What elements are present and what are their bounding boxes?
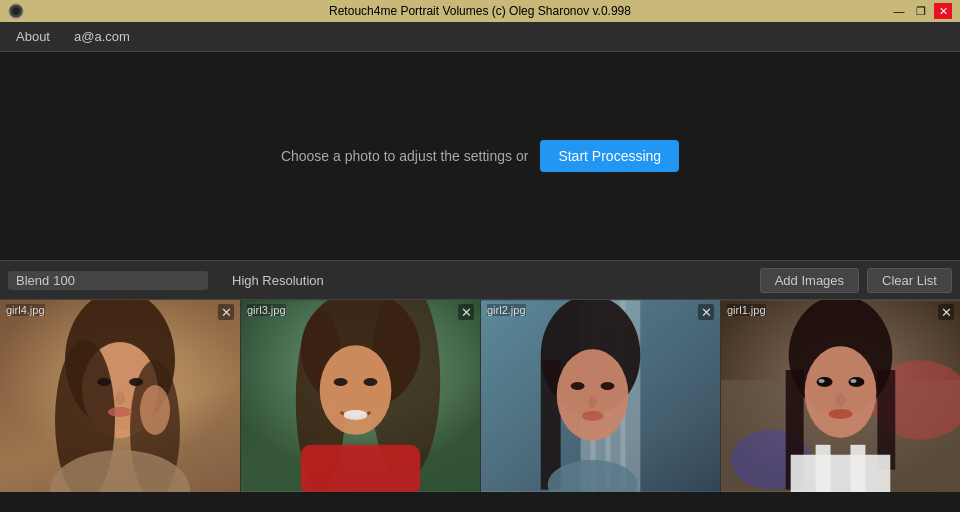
svg-point-21 [344,410,368,420]
svg-point-10 [108,407,132,417]
svg-point-20 [363,378,377,386]
svg-rect-41 [877,370,895,470]
bottom-toolbar: Blend 100 High Resolution Add Images Cle… [0,260,960,300]
center-message: Choose a photo to adjust the settings or… [281,140,679,172]
clear-list-button[interactable]: Clear List [867,268,952,293]
svg-point-51 [829,409,853,419]
minimize-button[interactable]: — [890,3,908,19]
svg-point-29 [557,349,629,441]
filename-label: girl4.jpg [6,304,45,316]
list-item: girl3.jpg ✕ [240,300,480,492]
blend-control[interactable]: Blend 100 [8,271,208,290]
filename-label: girl3.jpg [247,304,286,316]
svg-rect-43 [816,445,831,492]
svg-point-9 [115,391,125,405]
high-resolution-label: High Resolution [232,273,324,288]
blend-value: 100 [53,273,75,288]
window-title: Retouch4me Portrait Volumes (c) Oleg Sha… [329,4,631,18]
svg-point-47 [848,377,864,387]
filename-label: girl1.jpg [727,304,766,316]
toolbar-right-actions: Add Images Clear List [760,268,952,293]
restore-button[interactable]: ❐ [912,3,930,19]
blend-label: Blend [16,273,49,288]
svg-rect-44 [850,445,865,492]
svg-point-17 [320,345,392,435]
window-controls: — ❐ ✕ [890,3,952,19]
svg-point-34 [582,411,604,421]
start-processing-button[interactable]: Start Processing [540,140,679,172]
svg-point-1 [12,7,20,15]
svg-point-50 [836,393,846,407]
image-strip: girl4.jpg ✕ [0,300,960,492]
svg-point-45 [805,346,877,438]
remove-image-button[interactable]: ✕ [458,304,474,320]
svg-point-7 [97,378,111,386]
menubar: About a@a.com [0,22,960,52]
svg-rect-18 [301,445,421,492]
instruction-text: Choose a photo to adjust the settings or [281,148,529,164]
main-content: Choose a photo to adjust the settings or… [0,52,960,260]
list-item: girl2.jpg ✕ [480,300,720,492]
svg-point-8 [129,378,143,386]
titlebar: Retouch4me Portrait Volumes (c) Oleg Sha… [0,0,960,22]
list-item: girl4.jpg ✕ [0,300,240,492]
email-display: a@a.com [62,25,142,48]
list-item: girl1.jpg ✕ [720,300,960,492]
about-menu[interactable]: About [4,25,62,48]
svg-point-46 [817,377,833,387]
svg-point-49 [850,379,856,383]
svg-rect-42 [791,455,891,492]
remove-image-button[interactable]: ✕ [938,304,954,320]
svg-point-48 [819,379,825,383]
svg-point-32 [601,382,615,390]
svg-point-31 [571,382,585,390]
app-icon [8,3,24,19]
filename-label: girl2.jpg [487,304,526,316]
remove-image-button[interactable]: ✕ [698,304,714,320]
svg-point-33 [589,396,597,408]
svg-point-12 [140,385,170,435]
add-images-button[interactable]: Add Images [760,268,859,293]
close-button[interactable]: ✕ [934,3,952,19]
svg-point-19 [334,378,348,386]
remove-image-button[interactable]: ✕ [218,304,234,320]
